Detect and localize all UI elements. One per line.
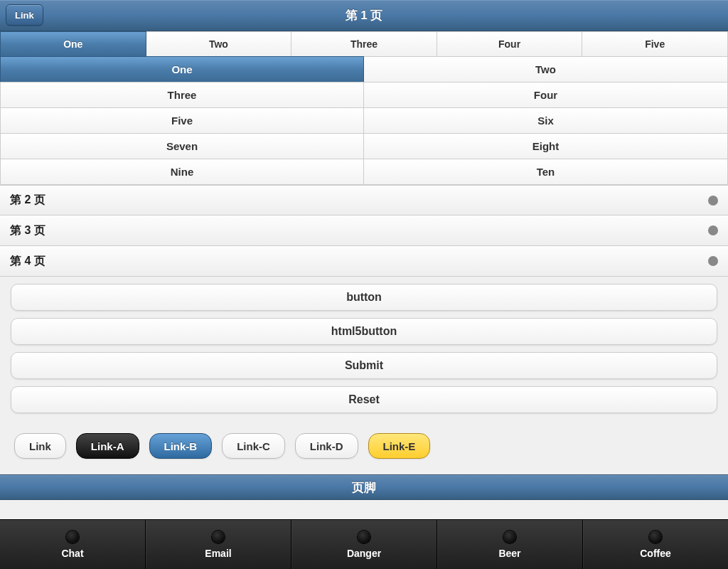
segment-label: Four [498, 38, 520, 50]
pill-link-d[interactable]: Link-D [295, 433, 358, 459]
grid-cell-five[interactable]: Five [0, 107, 364, 134]
header-link-button[interactable]: Link [6, 4, 43, 26]
button-label: html5button [331, 325, 397, 338]
segment-five[interactable]: Five [582, 31, 728, 57]
segment-label: Five [645, 38, 665, 50]
segment-label: Two [209, 38, 228, 50]
grid-cell-six[interactable]: Six [364, 107, 728, 134]
grid-cell-label: Seven [166, 140, 198, 152]
grid-cell-label: Six [537, 115, 554, 127]
grid-buttons: One Two Three Four Five Six Seven Eight … [0, 57, 728, 185]
button-button[interactable]: button [11, 284, 717, 311]
segment-label: Three [350, 38, 378, 50]
segment-one[interactable]: One [0, 31, 146, 57]
pill-label: Link-D [310, 440, 343, 452]
tab-chat[interactable]: Chat [0, 520, 146, 569]
button-label: button [346, 291, 382, 304]
pill-link[interactable]: Link [14, 433, 66, 459]
email-icon [212, 531, 225, 543]
pill-link-e[interactable]: Link-E [368, 433, 431, 459]
footer-bar: 页脚 [0, 474, 728, 500]
grid-cell-nine[interactable]: Nine [0, 159, 364, 185]
grid-cell-label: Five [171, 115, 193, 127]
reset-button[interactable]: Reset [11, 386, 717, 413]
tab-label: Beer [498, 548, 520, 559]
segment-four[interactable]: Four [437, 31, 583, 57]
segment-three[interactable]: Three [291, 31, 437, 57]
segment-label: One [63, 38, 82, 50]
tab-label: Chat [61, 548, 83, 559]
button-label: Submit [345, 359, 383, 372]
tab-email[interactable]: Email [146, 520, 291, 569]
tab-label: Coffee [640, 548, 671, 559]
pill-label: Link-A [91, 440, 124, 452]
segment-two[interactable]: Two [146, 31, 292, 57]
coffee-icon [649, 531, 662, 543]
grid-cell-label: Four [534, 89, 557, 101]
pill-label: Link [29, 440, 51, 452]
grid-cell-one[interactable]: One [0, 56, 364, 83]
header-bar: Link 第 1 页 [0, 0, 728, 31]
list-item-page3[interactable]: 第 3 页 [0, 216, 728, 246]
pill-button-row: Link Link-A Link-B Link-C Link-D Link-E [0, 420, 728, 474]
grid-cell-label: Two [535, 63, 556, 75]
tab-beer[interactable]: Beer [437, 520, 583, 569]
tab-label: Danger [347, 548, 381, 559]
pill-link-a[interactable]: Link-A [76, 433, 139, 459]
grid-cell-two[interactable]: Two [364, 56, 728, 83]
tab-coffee[interactable]: Coffee [583, 520, 728, 569]
grid-cell-eight[interactable]: Eight [364, 133, 728, 159]
tab-bar: Chat Email Danger Beer Coffee [0, 519, 728, 569]
html5button-button[interactable]: html5button [11, 318, 717, 345]
grid-cell-label: Eight [532, 140, 560, 152]
segmented-control: One Two Three Four Five [0, 31, 728, 57]
tab-label: Email [205, 548, 231, 559]
disclosure-dot-icon [708, 196, 718, 206]
big-button-column: button html5button Submit Reset [0, 277, 728, 413]
grid-cell-ten[interactable]: Ten [364, 159, 728, 185]
list-item-label: 第 2 页 [10, 193, 46, 208]
submit-button[interactable]: Submit [11, 352, 717, 379]
footer-title: 页脚 [352, 479, 376, 496]
grid-cell-four[interactable]: Four [364, 82, 728, 108]
pill-label: Link-B [164, 440, 198, 452]
disclosure-dot-icon [708, 225, 718, 235]
disclosure-dot-icon [708, 256, 718, 266]
list-item-label: 第 4 页 [10, 254, 46, 269]
grid-cell-label: Ten [537, 166, 555, 178]
pill-label: Link-C [237, 440, 270, 452]
grid-cell-label: Nine [171, 166, 194, 178]
list-item-page4[interactable]: 第 4 页 [0, 246, 728, 277]
list-item-page2[interactable]: 第 2 页 [0, 185, 728, 216]
pill-label: Link-E [383, 440, 416, 452]
list-item-label: 第 3 页 [10, 223, 46, 238]
grid-cell-three[interactable]: Three [0, 82, 364, 108]
tab-danger[interactable]: Danger [291, 520, 437, 569]
button-label: Reset [348, 393, 380, 406]
danger-icon [358, 531, 370, 543]
pill-link-c[interactable]: Link-C [222, 433, 285, 459]
page-title: 第 1 页 [346, 7, 383, 23]
chat-icon [66, 531, 79, 543]
page-list: 第 2 页 第 3 页 第 4 页 [0, 185, 728, 277]
pill-link-b[interactable]: Link-B [149, 433, 213, 459]
grid-cell-label: Three [168, 89, 197, 101]
grid-cell-label: One [171, 63, 192, 75]
grid-cell-seven[interactable]: Seven [0, 133, 364, 159]
beer-icon [503, 531, 516, 543]
header-link-label: Link [15, 10, 34, 21]
